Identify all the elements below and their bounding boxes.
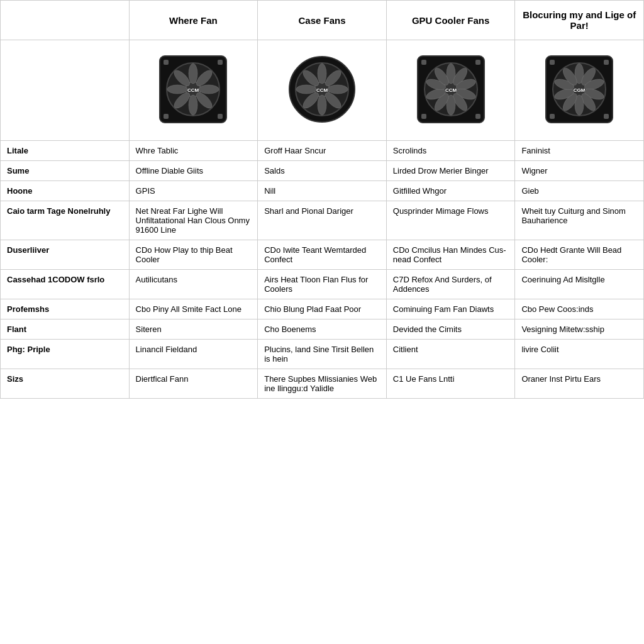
svg-point-10 bbox=[199, 85, 219, 94]
fan-image-blocking: CGM bbox=[515, 40, 644, 141]
cell-1-gpu_cooler: Lirded Drow Merier Binger bbox=[386, 161, 515, 181]
cell-9-blocking: Oraner Inst Pirtu Ears bbox=[515, 369, 644, 399]
svg-text:CCM: CCM bbox=[187, 87, 199, 93]
cell-3-case_fans: Sharl and Pional Dariger bbox=[258, 201, 387, 240]
cell-2-where_fan: GPIS bbox=[129, 181, 258, 201]
svg-rect-29 bbox=[421, 60, 426, 65]
svg-text:CCM: CCM bbox=[316, 87, 328, 93]
svg-rect-47 bbox=[550, 60, 555, 65]
cell-3-label: Caio tarm Tage Nonelruhly bbox=[1, 201, 130, 240]
svg-rect-30 bbox=[475, 60, 480, 65]
col-header-blocking: Blocuring my and Lige of Par! bbox=[515, 1, 644, 40]
cell-3-blocking: Wheit tuy Cuiturg and Sinom Bauharience bbox=[515, 201, 644, 240]
svg-rect-50 bbox=[604, 114, 609, 119]
cell-4-blocking: CDo Hedt Grante Will Bead Cooler: bbox=[515, 240, 644, 270]
cell-6-blocking: Cbo Pew Coos:inds bbox=[515, 299, 644, 319]
fan-image-label-cell bbox=[1, 40, 130, 141]
svg-point-26 bbox=[296, 85, 316, 94]
cell-2-label: Hoone bbox=[1, 181, 130, 201]
svg-point-14 bbox=[167, 85, 187, 94]
table-row: SizsDiertfical FannThere Supbes Mlissian… bbox=[1, 369, 644, 399]
cell-1-where_fan: Offline Diable Giits bbox=[129, 161, 258, 181]
svg-point-24 bbox=[318, 95, 326, 115]
cell-5-case_fans: Airs Heat Tloon Flan Flus for Coolers bbox=[258, 270, 387, 299]
cell-7-blocking: Vesigning Mitetw:sship bbox=[515, 319, 644, 340]
cell-4-gpu_cooler: CDo Cmcilus Han Mindes Cus-nead Confect bbox=[386, 240, 515, 270]
cell-8-label: Phg: Priple bbox=[1, 340, 130, 369]
cell-9-label: Sizs bbox=[1, 369, 130, 399]
col-header-label bbox=[1, 1, 130, 40]
cell-0-gpu_cooler: Scrolinds bbox=[386, 141, 515, 161]
cell-5-where_fan: Autilicutans bbox=[129, 270, 258, 299]
svg-rect-49 bbox=[550, 114, 555, 119]
svg-text:CGM: CGM bbox=[574, 87, 586, 93]
cell-3-gpu_cooler: Qusprinder Mimage Flows bbox=[386, 201, 515, 240]
svg-point-12 bbox=[189, 95, 197, 115]
cell-1-blocking: Wigner bbox=[515, 161, 644, 181]
fan-image-row: CCM bbox=[1, 40, 644, 141]
cell-2-blocking: Gieb bbox=[515, 181, 644, 201]
svg-rect-1 bbox=[164, 60, 169, 65]
col-header-gpu-cooler: GPU Cooler Fans bbox=[386, 1, 515, 40]
cell-6-case_fans: Chio Blung Plad Faat Poor bbox=[258, 299, 387, 319]
cell-2-case_fans: Nill bbox=[258, 181, 387, 201]
svg-rect-32 bbox=[475, 114, 480, 119]
cell-0-label: Litale bbox=[1, 141, 130, 161]
cell-2-gpu_cooler: Gitfilled Whgor bbox=[386, 181, 515, 201]
cell-4-case_fans: CDo Iwite Teant Wemtarded Confect bbox=[258, 240, 387, 270]
cell-3-where_fan: Net Nreat Far Lighe Will Unfiltatational… bbox=[129, 201, 258, 240]
col-header-case-fans: Case Fans bbox=[258, 1, 387, 40]
svg-point-8 bbox=[189, 64, 197, 84]
cell-1-label: Sume bbox=[1, 161, 130, 181]
cell-5-label: Cassehad 1CODOW fsrlo bbox=[1, 270, 130, 299]
table-row: SumeOffline Diable GiitsSaldsLirded Drow… bbox=[1, 161, 644, 181]
col-header-where-fan: Where Fan bbox=[129, 1, 258, 40]
cell-8-case_fans: Plucins, land Sine Tirsit Bellen is hein bbox=[258, 340, 387, 369]
cell-5-blocking: Coerinuing Ad Misltglle bbox=[515, 270, 644, 299]
cell-0-blocking: Faninist bbox=[515, 141, 644, 161]
table-row: ProfemshsCbo Piny All Smite Fact LoneChi… bbox=[1, 299, 644, 319]
svg-rect-48 bbox=[604, 60, 609, 65]
svg-point-22 bbox=[328, 85, 348, 94]
table-row: Phg: PripleLinancil FieldandPlucins, lan… bbox=[1, 340, 644, 369]
svg-rect-2 bbox=[218, 60, 223, 65]
cell-7-label: Flant bbox=[1, 319, 130, 340]
cell-6-where_fan: Cbo Piny All Smite Fact Lone bbox=[129, 299, 258, 319]
cell-6-label: Profemshs bbox=[1, 299, 130, 319]
cell-9-case_fans: There Supbes Mlissianies Web ine llinggu… bbox=[258, 369, 387, 399]
table-header: Where Fan Case Fans GPU Cooler Fans Bloc… bbox=[1, 1, 644, 40]
svg-rect-3 bbox=[164, 114, 169, 119]
table-row: HooneGPISNillGitfilled WhgorGieb bbox=[1, 181, 644, 201]
cell-9-gpu_cooler: C1 Ue Fans Lntti bbox=[386, 369, 515, 399]
cell-7-where_fan: Siteren bbox=[129, 319, 258, 340]
cell-0-case_fans: Groff Haar Sncur bbox=[258, 141, 387, 161]
table-row: Caio tarm Tage NonelruhlyNet Nreat Far L… bbox=[1, 201, 644, 240]
svg-rect-4 bbox=[218, 114, 223, 119]
cell-5-gpu_cooler: C7D Refox And Surders, of Addences bbox=[386, 270, 515, 299]
svg-point-20 bbox=[318, 64, 326, 84]
cell-7-gpu_cooler: Devided the Cimits bbox=[386, 319, 515, 340]
svg-rect-31 bbox=[421, 114, 426, 119]
cell-6-gpu_cooler: Cominuing Fam Fan Diawts bbox=[386, 299, 515, 319]
table-row: DuserliiverCDo How Play to thip Beat Coo… bbox=[1, 240, 644, 270]
cell-8-gpu_cooler: Citlient bbox=[386, 340, 515, 369]
svg-text:CCM: CCM bbox=[445, 87, 457, 93]
fan-image-case-fans: CCM bbox=[258, 40, 387, 141]
fan-image-where-fan: CCM bbox=[129, 40, 258, 141]
cell-4-label: Duserliiver bbox=[1, 240, 130, 270]
cell-4-where_fan: CDo How Play to thip Beat Cooler bbox=[129, 240, 258, 270]
cell-8-where_fan: Linancil Fieldand bbox=[129, 340, 258, 369]
cell-1-case_fans: Salds bbox=[258, 161, 387, 181]
cell-0-where_fan: Whre Tablic bbox=[129, 141, 258, 161]
table-row: FlantSiterenCho BoenemsDevided the Cimit… bbox=[1, 319, 644, 340]
table-row: LitaleWhre TablicGroff Haar SncurScrolin… bbox=[1, 141, 644, 161]
cell-7-case_fans: Cho Boenems bbox=[258, 319, 387, 340]
table-row: Cassehad 1CODOW fsrloAutilicutansAirs He… bbox=[1, 270, 644, 299]
cell-8-blocking: livire Coliit bbox=[515, 340, 644, 369]
cell-9-where_fan: Diertfical Fann bbox=[129, 369, 258, 399]
fan-image-gpu-cooler: CCM bbox=[386, 40, 515, 141]
